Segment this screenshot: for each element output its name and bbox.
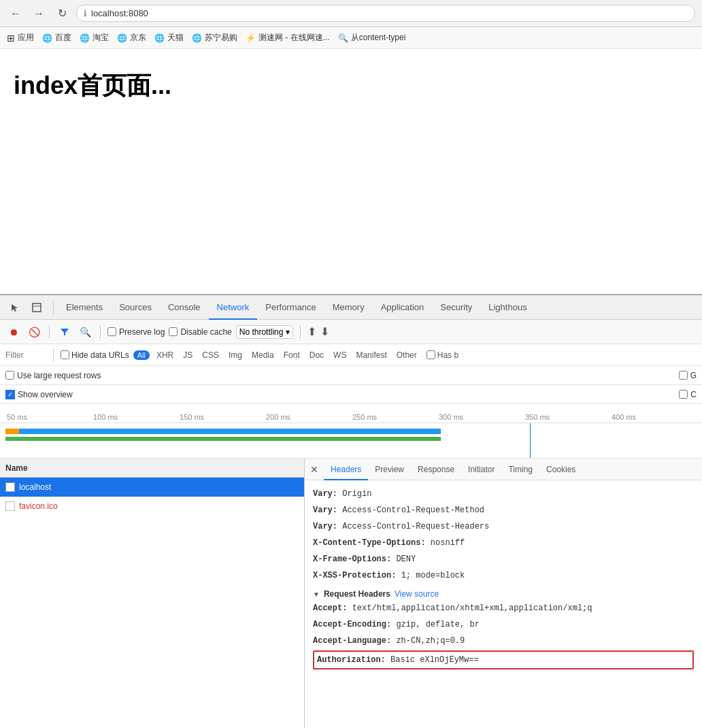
tmall-label: 天猫 [167,32,184,44]
mark-400: 400 ms [610,413,697,421]
large-rows-input[interactable] [5,371,14,380]
tab-network[interactable]: Network [209,295,258,320]
bookmarks-bar: ⊞ 应用 🌐 百度 🌐 淘宝 🌐 京东 🌐 天猫 🌐 苏宁易购 ⚡ 测速网 - … [0,27,702,49]
htab-preview[interactable]: Preview [368,459,411,480]
upload-button[interactable]: ⬆ [307,325,316,338]
large-rows-option: Use large request rows G [0,366,702,385]
triangle-icon: ▼ [313,591,320,598]
requests-name-header: Name [5,463,28,473]
download-button[interactable]: ⬇ [320,325,329,338]
filter-button[interactable] [56,324,73,340]
capture-screenshots-checkbox[interactable]: C [679,390,697,399]
bookmark-taobao[interactable]: 🌐 淘宝 [80,32,109,44]
tab-sources[interactable]: Sources [111,295,160,320]
htab-headers[interactable]: Headers [324,459,368,480]
url-display: localhost:8080 [91,8,148,18]
timeline-bars[interactable] [0,423,702,459]
request-row-favicon[interactable]: favicon.ico [0,497,304,516]
localhost-page-icon [5,482,15,492]
accept-val: text/html,application/xhtml+xml,applicat… [352,603,592,613]
filter-media[interactable]: Media [249,350,277,361]
filter-other[interactable]: Other [394,350,420,361]
tab-performance[interactable]: Performance [257,295,324,320]
clear-button[interactable]: 🚫 [26,324,42,340]
htab-initiator[interactable]: Initiator [461,459,501,480]
filter-all[interactable]: All [133,350,150,360]
filter-font[interactable]: Font [281,350,303,361]
mark-300: 300 ms [437,413,524,421]
bookmark-suning[interactable]: 🌐 苏宁易购 [192,32,237,44]
has-b-label[interactable]: Has b [427,350,458,360]
preserve-log-input[interactable] [107,327,116,336]
tab-memory[interactable]: Memory [324,295,373,320]
reload-button[interactable]: ↻ [53,5,71,22]
preserve-log-checkbox[interactable]: Preserve log [107,327,165,337]
filter-doc[interactable]: Doc [307,350,327,361]
vary-acm-line: Vary: Access-Control-Request-Method [313,502,694,518]
toolbar-sep-3 [300,325,301,339]
bookmark-jd[interactable]: 🌐 京东 [117,32,146,44]
large-rows-label: Use large request rows [17,371,101,380]
htab-response[interactable]: Response [411,459,461,480]
authorization-val: Basic eXlnOjEyMw== [390,655,479,665]
headers-close-button[interactable]: ✕ [305,460,324,479]
xxss-line: X-XSS-Protection: 1; mode=block [313,567,694,584]
bookmark-baidu[interactable]: 🌐 百度 [42,32,71,44]
apps-button[interactable]: ⊞ 应用 [7,32,34,44]
address-bar[interactable]: ℹ localhost:8080 [76,5,695,22]
show-overview-checkbox[interactable]: ✓ Show overview [5,390,679,399]
filter-css[interactable]: CSS [199,350,222,361]
record-button[interactable]: ⏺ [5,324,22,340]
tab-console[interactable]: Console [160,295,209,320]
forward-button[interactable]: → [30,5,48,22]
requests-panel: Name localhost favicon.ico [0,459,305,728]
disable-cache-input[interactable] [169,327,178,336]
devtools-layout-icon[interactable] [27,298,46,317]
disable-cache-checkbox[interactable]: Disable cache [169,327,231,337]
tab-application[interactable]: Application [373,295,433,320]
htab-cookies[interactable]: Cookies [539,459,582,480]
hide-data-urls-input[interactable] [61,350,69,359]
bookmark-content[interactable]: 🔍 从content-typei [338,32,406,44]
info-icon: ℹ [84,9,87,18]
capture-screenshots-input[interactable] [679,390,688,399]
tab-security[interactable]: Security [432,295,480,320]
group-by-frame-input[interactable] [679,371,688,380]
devtools-cursor-icon[interactable] [5,298,24,317]
accept-language-line: Accept-Language: zh-CN,zh;q=0.9 [313,633,694,649]
bookmark-tmall[interactable]: 🌐 天猫 [154,32,184,44]
accept-encoding-key: Accept-Encoding: [313,620,391,629]
mark-250: 250 ms [351,413,437,421]
tab-lighthouse[interactable]: Lighthous [480,295,535,320]
group-by-frame-label: G [690,371,697,380]
xfo-line: X-Frame-Options: DENY [313,551,694,567]
tab-elements[interactable]: Elements [58,295,111,320]
timeline-area: 50 ms 100 ms 150 ms 200 ms 250 ms 300 ms… [0,404,702,459]
filter-input[interactable] [5,350,46,360]
filter-xhr[interactable]: XHR [154,350,176,361]
bookmark-speed[interactable]: ⚡ 测速网 - 在线网速... [246,32,330,44]
jd-icon: 🌐 [117,33,127,43]
xxss-val: 1; mode=block [401,571,465,580]
filter-ws[interactable]: WS [331,350,349,361]
filter-img[interactable]: Img [226,350,245,361]
requests-header: Name [0,459,304,478]
filter-js[interactable]: JS [180,350,195,361]
request-row-localhost[interactable]: localhost [0,478,304,497]
throttle-select[interactable]: No throttling ▾ [236,325,294,339]
large-rows-checkbox[interactable]: Use large request rows [5,371,679,380]
authorization-line: Authorization: Basic eXlnOjEyMw== [313,650,694,669]
has-b-input[interactable] [427,350,435,359]
network-toolbar: ⏺ 🚫 🔍 Preserve log Disable cache No thro… [0,320,702,344]
back-button[interactable]: ← [7,5,24,22]
htab-timing[interactable]: Timing [501,459,539,480]
filter-manifest[interactable]: Manifest [353,350,389,361]
hide-data-urls-checkbox[interactable]: Hide data URLs [61,350,129,360]
group-by-frame-checkbox[interactable]: G [679,371,697,380]
hide-data-urls-label: Hide data URLs [71,350,129,360]
view-source-link[interactable]: View source [395,589,439,599]
search-button[interactable]: 🔍 [77,324,93,340]
mark-150: 150 ms [178,413,265,421]
requests-list: localhost favicon.ico [0,478,304,728]
xfo-val: DENY [396,555,416,564]
